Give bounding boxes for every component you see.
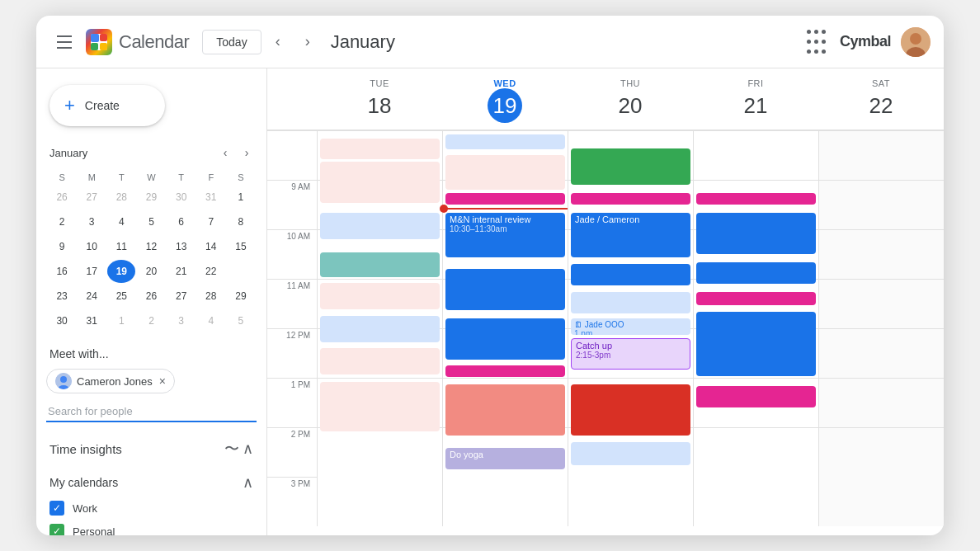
event[interactable] xyxy=(571,193,690,205)
mini-cal-day[interactable]: 5 xyxy=(137,210,165,233)
event[interactable] xyxy=(571,264,690,285)
mini-cal-day[interactable]: 20 xyxy=(137,260,165,283)
create-button[interactable]: + Create xyxy=(49,85,165,126)
mini-cal-day[interactable]: 26 xyxy=(137,285,165,308)
mini-cal-day[interactable]: 30 xyxy=(48,309,76,332)
mini-cal-day[interactable]: 4 xyxy=(197,309,225,332)
event[interactable] xyxy=(320,283,440,309)
mini-cal-day[interactable]: 9 xyxy=(48,235,76,258)
mini-cal-day[interactable]: 27 xyxy=(167,285,196,308)
event[interactable] xyxy=(320,252,440,277)
event-do-yoga[interactable]: Do yoga xyxy=(445,448,565,469)
event[interactable] xyxy=(320,139,440,159)
mini-cal-day[interactable]: 29 xyxy=(227,285,255,308)
personal-calendar-checkbox[interactable]: ✓ xyxy=(49,524,64,535)
work-calendar-checkbox[interactable]: ✓ xyxy=(49,501,64,516)
my-calendars-label: My calendars xyxy=(49,476,118,489)
cameron-jones-chip[interactable]: Cameron Jones × xyxy=(46,369,175,393)
mini-cal-day[interactable]: 15 xyxy=(227,235,255,258)
mini-cal-day[interactable]: 28 xyxy=(107,186,135,209)
mini-cal-day[interactable]: 31 xyxy=(78,309,106,332)
event[interactable] xyxy=(696,262,816,284)
mini-cal-day[interactable]: 31 xyxy=(197,186,225,209)
event[interactable] xyxy=(571,442,690,465)
chip-close-icon[interactable]: × xyxy=(159,374,166,388)
event-jade-cameron[interactable]: Jade / Cameron xyxy=(571,213,690,257)
next-button[interactable]: › xyxy=(294,29,321,55)
search-people-input[interactable] xyxy=(46,402,257,422)
mini-cal-day[interactable]: 11 xyxy=(107,235,135,258)
mini-cal-day[interactable]: 5 xyxy=(227,309,255,332)
event[interactable] xyxy=(571,148,690,185)
mini-cal-day[interactable]: 14 xyxy=(197,235,225,258)
day-num-sat[interactable]: 22 xyxy=(864,88,898,123)
mini-prev-button[interactable]: ‹ xyxy=(215,143,235,162)
mini-cal-day[interactable]: 27 xyxy=(78,186,106,209)
event[interactable] xyxy=(445,193,565,205)
mini-cal-day[interactable]: 10 xyxy=(78,235,106,258)
mini-cal-day[interactable]: 24 xyxy=(78,285,106,308)
event[interactable] xyxy=(445,365,565,377)
mini-cal-day[interactable]: 4 xyxy=(107,210,135,233)
calendar-item-work[interactable]: ✓ Work xyxy=(36,497,266,520)
time-insights-icons: 〜 ∧ xyxy=(224,439,253,459)
event[interactable] xyxy=(445,318,565,360)
event[interactable] xyxy=(445,269,565,310)
event[interactable] xyxy=(445,384,565,436)
hamburger-button[interactable] xyxy=(49,27,79,57)
event[interactable] xyxy=(696,213,816,254)
event[interactable] xyxy=(696,312,816,376)
google-calendar-icon xyxy=(86,29,112,55)
mini-cal-day[interactable]: 13 xyxy=(167,235,196,258)
event[interactable] xyxy=(696,386,816,407)
user-avatar[interactable] xyxy=(901,27,931,57)
today-button[interactable]: Today xyxy=(202,30,261,54)
mini-cal-day[interactable]: 2 xyxy=(137,309,165,332)
mini-cal-day[interactable]: 8 xyxy=(227,210,255,233)
event[interactable] xyxy=(571,384,690,436)
mini-cal-day[interactable]: 25 xyxy=(107,285,135,308)
mini-cal-day[interactable]: 30 xyxy=(167,186,196,209)
event[interactable] xyxy=(320,162,440,203)
mini-cal-day[interactable]: 16 xyxy=(48,260,76,283)
my-calendars-collapse-button[interactable]: ∧ xyxy=(243,473,253,492)
mini-cal-day[interactable]: 23 xyxy=(48,285,76,308)
event-jade-ooo[interactable]: 🗓 Jade OOO 1 pm xyxy=(571,318,690,335)
mini-next-button[interactable]: › xyxy=(237,143,257,162)
day-num-tue[interactable]: 18 xyxy=(362,88,397,123)
mini-cal-day[interactable]: 7 xyxy=(197,210,225,233)
mini-cal-day[interactable]: 1 xyxy=(227,186,255,209)
mini-cal-day[interactable]: 21 xyxy=(167,260,196,283)
event-mn-review[interactable]: M&N internal review 10:30–11:30am xyxy=(445,213,565,257)
event[interactable] xyxy=(320,348,440,374)
mini-cal-day[interactable]: 1 xyxy=(107,309,135,332)
event[interactable] xyxy=(696,193,816,205)
event-catch-up[interactable]: Catch up 2:15-3pm xyxy=(571,338,690,370)
time-insights-chart-icon[interactable]: 〜 xyxy=(224,439,239,459)
event[interactable] xyxy=(571,292,690,313)
mini-cal-day[interactable]: 2 xyxy=(48,210,76,233)
event[interactable] xyxy=(320,213,440,239)
time-insights-expand-icon[interactable]: ∧ xyxy=(243,440,253,458)
event[interactable] xyxy=(320,382,440,431)
day-num-wed[interactable]: 19 xyxy=(488,88,522,123)
mini-cal-day[interactable]: 22 xyxy=(197,260,225,283)
mini-cal-day[interactable]: 12 xyxy=(137,235,165,258)
mini-cal-day[interactable]: 28 xyxy=(197,285,225,308)
mini-cal-day[interactable]: 17 xyxy=(78,260,106,283)
prev-button[interactable]: ‹ xyxy=(265,29,291,55)
mini-cal-day[interactable]: 26 xyxy=(48,186,76,209)
apps-button[interactable] xyxy=(803,29,830,55)
day-num-thu[interactable]: 20 xyxy=(613,88,648,123)
event[interactable] xyxy=(320,316,440,342)
mini-cal-day[interactable]: 29 xyxy=(137,186,165,209)
event[interactable] xyxy=(445,155,565,190)
mini-cal-day[interactable]: 3 xyxy=(78,210,106,233)
day-num-fri[interactable]: 21 xyxy=(738,88,773,123)
event[interactable] xyxy=(445,134,565,149)
mini-cal-day[interactable]: 6 xyxy=(167,210,196,233)
calendar-item-personal[interactable]: ✓ Personal xyxy=(36,520,266,535)
event[interactable] xyxy=(696,292,816,305)
mini-cal-day[interactable]: 3 xyxy=(167,309,196,332)
mini-cal-today[interactable]: 19 xyxy=(107,260,135,283)
